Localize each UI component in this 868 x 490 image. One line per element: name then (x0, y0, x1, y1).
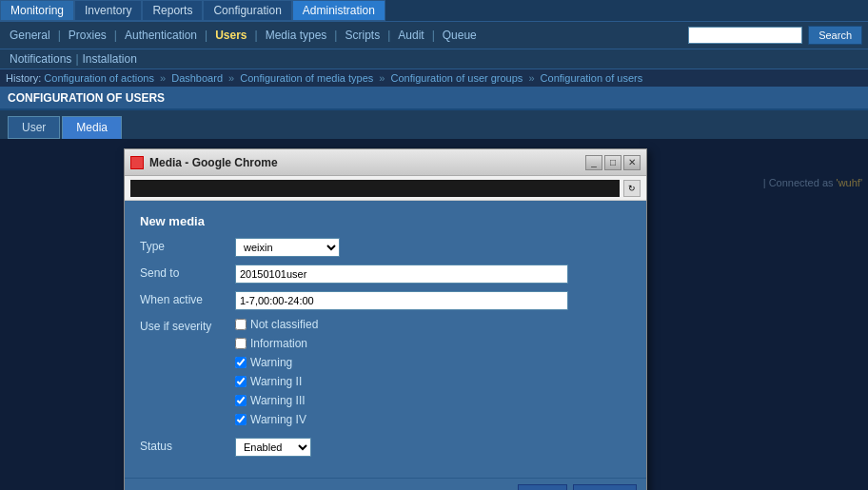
modal-section-title: New media (140, 214, 631, 228)
search-area: Search (688, 26, 862, 45)
nav-installation[interactable]: Installation (79, 52, 141, 66)
form-row-status: Status Enabled Disabled (140, 438, 631, 457)
modal-address-bar (130, 180, 620, 197)
status-select[interactable]: Enabled Disabled (235, 438, 311, 457)
nav-scripts[interactable]: Scripts (341, 29, 384, 42)
send-to-label: Send to (140, 265, 235, 280)
second-navigation: General | Proxies | Authentication | Use… (0, 21, 868, 49)
checkbox-information[interactable] (235, 338, 247, 349)
type-label: Type (140, 238, 235, 253)
nav-monitoring[interactable]: Monitoring (0, 0, 74, 21)
modal-minimize-button[interactable]: _ (585, 155, 602, 170)
checkbox-warning-iii[interactable] (235, 395, 247, 406)
top-navigation: Monitoring Inventory Reports Configurati… (0, 0, 868, 21)
tab-user[interactable]: User (8, 116, 60, 139)
when-active-input[interactable] (235, 291, 568, 310)
checkbox-warning[interactable] (235, 357, 247, 368)
type-select[interactable]: weixin (235, 238, 340, 257)
nav-authentication[interactable]: Authentication (121, 29, 201, 42)
nav-notifications[interactable]: Notifications (6, 52, 75, 66)
checkbox-warning-iv[interactable] (235, 414, 247, 425)
modal-title: Media - Google Chrome (149, 156, 278, 169)
send-to-input[interactable] (235, 265, 568, 284)
checkbox-warning-ii[interactable] (235, 376, 247, 387)
modal-close-button[interactable]: ✕ (623, 155, 641, 170)
breadcrumb: History: Configuration of actions » Dash… (0, 69, 868, 88)
severity-warning: Warning (235, 356, 631, 369)
breadcrumb-media-types[interactable]: Configuration of media types (240, 72, 373, 84)
search-button[interactable]: Search (808, 26, 862, 45)
severity-warning-ii: Warning II (235, 375, 631, 388)
search-input[interactable] (688, 27, 802, 44)
modal-footer: Add Cancel (125, 478, 646, 490)
modal-refresh-button[interactable]: ↻ (623, 180, 641, 197)
nav-configuration[interactable]: Configuration (203, 0, 291, 21)
breadcrumb-user-groups[interactable]: Configuration of user groups (391, 72, 523, 84)
modal-maximize-button[interactable]: □ (604, 155, 621, 170)
severity-warning-iv: Warning IV (235, 413, 631, 426)
nav-reports[interactable]: Reports (142, 0, 203, 21)
page-title: CONFIGURATION OF USERS (0, 88, 868, 110)
modal-browser-toolbar: ↻ (125, 176, 646, 201)
modal-body: New media Type weixin Send to When a (125, 201, 646, 478)
nav-users[interactable]: Users (211, 29, 250, 42)
breadcrumb-users[interactable]: Configuration of users (541, 72, 643, 84)
modal-icon (130, 156, 144, 169)
media-modal: Media - Google Chrome _ □ ✕ ↻ New media … (124, 148, 647, 490)
breadcrumb-actions[interactable]: Configuration of actions (44, 72, 154, 84)
tab-row: User Media (0, 110, 868, 139)
nav-audit[interactable]: Audit (394, 29, 427, 42)
form-row-when-active: When active (140, 291, 631, 310)
add-button[interactable]: Add (518, 484, 566, 490)
nav-media-types[interactable]: Media types (262, 29, 331, 42)
form-row-type: Type weixin (140, 238, 631, 257)
nav-queue[interactable]: Queue (439, 29, 481, 42)
nav-administration[interactable]: Administration (292, 0, 385, 21)
when-active-label: When active (140, 291, 235, 306)
third-navigation: Notifications | Installation (0, 49, 868, 69)
nav-inventory[interactable]: Inventory (74, 0, 142, 21)
nav-proxies[interactable]: Proxies (65, 29, 110, 42)
severity-information: Information (235, 337, 631, 350)
severity-warning-iii: Warning III (235, 394, 631, 407)
status-label: Status (140, 438, 235, 453)
cancel-button[interactable]: Cancel (573, 484, 637, 490)
nav-general[interactable]: General (6, 29, 54, 42)
severity-not-classified: Not classified (235, 318, 631, 331)
checkbox-not-classified[interactable] (235, 319, 247, 330)
main-content: | Connected as 'wuhf' Media - Google Chr… (0, 139, 868, 490)
tab-media[interactable]: Media (62, 116, 122, 139)
form-row-severity: Use if severity Not classified Informati… (140, 318, 631, 430)
severity-label: Use if severity (140, 318, 235, 333)
breadcrumb-dashboard[interactable]: Dashboard (171, 72, 223, 84)
modal-titlebar: Media - Google Chrome _ □ ✕ (125, 149, 646, 176)
form-row-send-to: Send to (140, 265, 631, 284)
